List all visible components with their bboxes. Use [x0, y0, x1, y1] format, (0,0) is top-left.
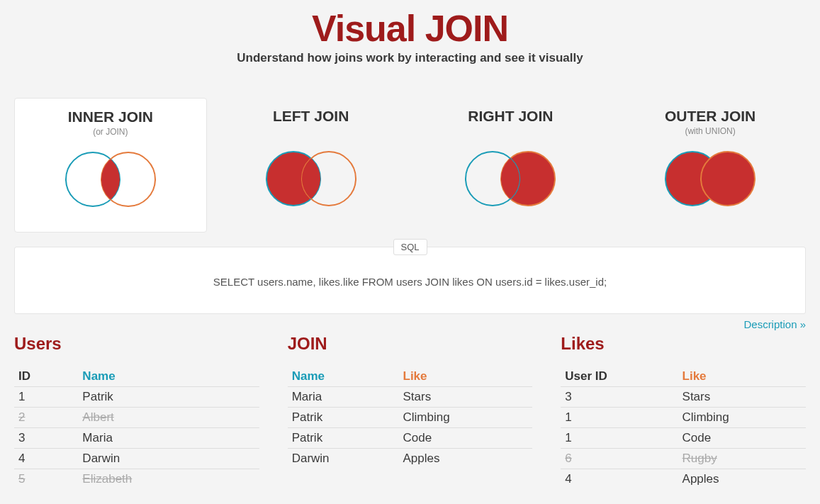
table-cell: Stars: [678, 387, 806, 408]
tab-title: OUTER JOIN: [622, 108, 799, 125]
table-cell: Code: [678, 428, 806, 449]
tab-outer-join[interactable]: OUTER JOIN(with UNION): [614, 98, 806, 233]
sql-label: SQL: [393, 239, 427, 255]
users-table: ID Name 1Patrik2Albert3Maria4Darwin5Eliz…: [14, 366, 259, 489]
table-row: PatrikClimbing: [288, 408, 533, 428]
table-cell: Climbing: [678, 408, 806, 428]
table-cell: 4: [561, 469, 678, 490]
tab-subtitle: [223, 126, 400, 136]
tab-inner-join[interactable]: INNER JOIN(or JOIN): [14, 98, 207, 233]
tab-subtitle: (or JOIN): [22, 127, 199, 137]
tab-title: LEFT JOIN: [223, 108, 400, 125]
svg-point-13: [701, 152, 755, 206]
table-cell: 2: [14, 408, 78, 428]
users-column: Users ID Name 1Patrik2Albert3Maria4Darwi…: [14, 334, 259, 489]
table-cell: Albert: [78, 408, 259, 428]
table-row: 1Patrik: [14, 387, 259, 408]
table-cell: Apples: [399, 449, 533, 469]
join-title: JOIN: [288, 334, 533, 354]
likes-title: Likes: [561, 334, 806, 354]
table-cell: Maria: [288, 387, 399, 408]
join-type-tabs: INNER JOIN(or JOIN)LEFT JOINRIGHT JOINOU…: [14, 98, 806, 233]
table-cell: Elizabeth: [78, 469, 259, 490]
table-row: 3Maria: [14, 428, 259, 449]
table-row: 1Climbing: [561, 408, 806, 428]
table-cell: Code: [399, 428, 533, 449]
table-cell: Apples: [678, 469, 806, 490]
table-cell: 5: [14, 469, 78, 490]
tab-left-join[interactable]: LEFT JOIN: [215, 98, 407, 233]
page-subtitle: Understand how joins work by interacting…: [14, 51, 806, 65]
table-row: 1Code: [561, 428, 806, 449]
table-cell: Patrik: [288, 408, 399, 428]
table-row: 2Albert: [14, 408, 259, 428]
table-cell: Darwin: [78, 449, 259, 469]
join-header-like: Like: [399, 366, 533, 387]
description-link[interactable]: Description »: [743, 318, 806, 330]
users-header-id: ID: [14, 366, 78, 387]
table-cell: 1: [14, 387, 78, 408]
table-cell: 3: [561, 387, 678, 408]
likes-header-userid: User ID: [561, 366, 678, 387]
table-row: 5Elizabeth: [14, 469, 259, 490]
table-cell: 3: [14, 428, 78, 449]
table-cell: Patrik: [78, 387, 259, 408]
venn-right-icon: [422, 143, 600, 217]
tab-title: INNER JOIN: [22, 108, 199, 125]
sql-query-text: SELECT users.name, likes.like FROM users…: [29, 276, 791, 288]
sql-panel: SQL SELECT users.name, likes.like FROM u…: [14, 247, 806, 314]
page-header: Visual JOIN Understand how joins work by…: [14, 0, 806, 78]
table-cell: Stars: [399, 387, 533, 408]
table-row: PatrikCode: [288, 428, 533, 449]
likes-table: User ID Like 3Stars1Climbing1Code6Rugby4…: [561, 366, 806, 489]
table-row: MariaStars: [288, 387, 533, 408]
venn-inner-icon: [22, 144, 199, 218]
likes-header-like: Like: [678, 366, 806, 387]
likes-column: Likes User ID Like 3Stars1Climbing1Code6…: [561, 334, 806, 489]
join-table: Name Like MariaStarsPatrikClimbingPatrik…: [288, 366, 533, 469]
tab-right-join[interactable]: RIGHT JOIN: [415, 98, 607, 233]
table-cell: 1: [561, 408, 678, 428]
venn-left-icon: [223, 143, 400, 217]
join-header-name: Name: [288, 366, 399, 387]
tab-subtitle: [422, 126, 600, 136]
table-row: 4Darwin: [14, 449, 259, 469]
table-cell: Darwin: [288, 449, 399, 469]
table-row: DarwinApples: [288, 449, 533, 469]
tab-title: RIGHT JOIN: [422, 108, 600, 125]
join-column: JOIN Name Like MariaStarsPatrikClimbingP…: [288, 334, 533, 489]
page-title: Visual JOIN: [14, 7, 806, 50]
tab-subtitle: (with UNION): [622, 126, 799, 136]
venn-outer-icon: [622, 143, 799, 217]
table-cell: Maria: [78, 428, 259, 449]
users-title: Users: [14, 334, 259, 354]
table-cell: Patrik: [288, 428, 399, 449]
table-cell: 1: [561, 428, 678, 449]
table-row: 6Rugby: [561, 449, 806, 469]
table-cell: Rugby: [678, 449, 806, 469]
table-row: 4Apples: [561, 469, 806, 490]
table-cell: Climbing: [399, 408, 533, 428]
table-row: 3Stars: [561, 387, 806, 408]
table-cell: 6: [561, 449, 678, 469]
table-cell: 4: [14, 449, 78, 469]
users-header-name: Name: [78, 366, 259, 387]
